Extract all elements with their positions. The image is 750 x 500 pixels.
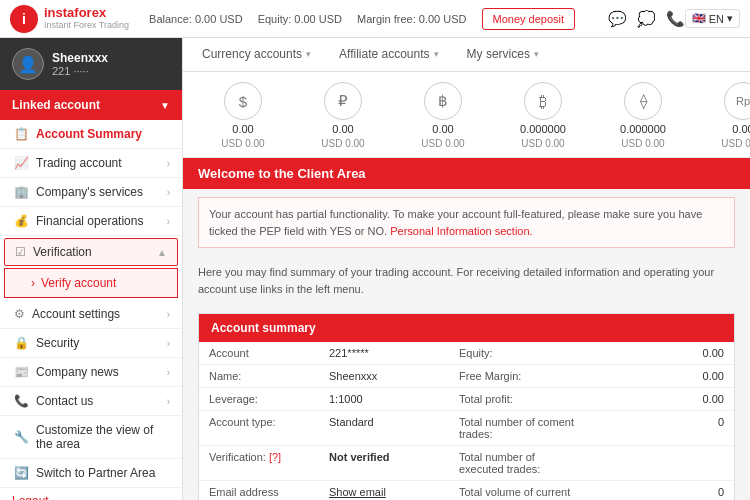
logout-link[interactable]: Logout xyxy=(0,488,182,500)
coment-trades-value: 0 xyxy=(589,411,734,446)
chevron-right-icon4: › xyxy=(167,309,170,320)
user-id: 221 ····· xyxy=(52,65,108,77)
sidebar-item-account-summary[interactable]: 📋 Account Summary xyxy=(0,120,182,149)
chat-icon[interactable]: 💬 xyxy=(608,10,627,28)
verification-help[interactable]: [?] xyxy=(269,451,281,463)
money-deposit-button[interactable]: Money deposit xyxy=(482,8,576,30)
currency-card-usd[interactable]: $ 0.00 USD 0.00 xyxy=(198,82,288,149)
eth-label: USD 0.00 xyxy=(621,138,664,149)
balance-value: 0.00 USD xyxy=(195,13,243,25)
equity-value: 0.00 USD xyxy=(294,13,342,25)
sidebar-label-settings: Account settings xyxy=(32,307,120,321)
thb-label: USD 0.00 xyxy=(421,138,464,149)
total-profit-value: 0.00 xyxy=(589,388,734,411)
verification-icon: ☑ xyxy=(15,245,26,259)
sidebar-label-verify: Verify account xyxy=(41,276,116,290)
rub-icon: ₽ xyxy=(324,82,362,120)
usd-icon: $ xyxy=(224,82,262,120)
account-type-value: Standard xyxy=(319,411,439,446)
btc-label: USD 0.00 xyxy=(521,138,564,149)
customize-icon: 🔧 xyxy=(14,430,29,444)
account-type-label: Account type: xyxy=(199,411,319,446)
user-info: Sheenxxx 221 ····· xyxy=(52,51,108,77)
account-value: 221***** xyxy=(319,342,439,365)
sidebar-label-contact: Contact us xyxy=(36,394,93,408)
sidebar-item-verification[interactable]: ☑ Verification ▲ xyxy=(4,238,178,266)
chevron-right-icon7: › xyxy=(167,396,170,407)
current-trades-value: 0 xyxy=(589,481,734,501)
news-icon: 📰 xyxy=(14,365,29,379)
sidebar-label-partner: Switch to Partner Area xyxy=(36,466,155,480)
currency-card-idr[interactable]: Rp 0.00 USD 0.00 xyxy=(698,82,750,149)
top-bar: i instaforex Instant Forex Trading Balan… xyxy=(0,0,750,38)
linked-account-label: Linked account xyxy=(12,98,100,112)
settings-icon: ⚙ xyxy=(14,307,25,321)
welcome-title: Welcome to the Client Area xyxy=(198,166,366,181)
usd-label: USD 0.00 xyxy=(221,138,264,149)
sidebar-label-security: Security xyxy=(36,336,79,350)
sidebar-label-customize: Customize the view of the area xyxy=(36,423,170,451)
table-row: Leverage: 1:1000 Total profit: 0.00 xyxy=(199,388,734,411)
logo-text: instaforex Instant Forex Trading xyxy=(44,6,129,30)
idr-label: USD 0.00 xyxy=(721,138,750,149)
linked-account-section[interactable]: Linked account ▼ xyxy=(0,90,182,120)
logo: i instaforex Instant Forex Trading xyxy=(10,5,129,33)
leverage-label: Leverage: xyxy=(199,388,319,411)
email-value[interactable]: Show email xyxy=(319,481,439,501)
tab-services-label: My services xyxy=(467,47,530,61)
currency-row: $ 0.00 USD 0.00 ₽ 0.00 USD 0.00 ฿ 0.00 U… xyxy=(183,72,750,158)
avatar: 👤 xyxy=(12,48,44,80)
currency-card-thb[interactable]: ฿ 0.00 USD 0.00 xyxy=(398,82,488,149)
margin-label: Margin free: 0.00 USD xyxy=(357,13,466,25)
tab-services-arrow: ▾ xyxy=(534,49,539,59)
table-row: Account 221***** Equity: 0.00 xyxy=(199,342,734,365)
chevron-right-icon6: › xyxy=(167,367,170,378)
currency-card-rub[interactable]: ₽ 0.00 USD 0.00 xyxy=(298,82,388,149)
alert-text: Your account has partial functionality. … xyxy=(209,208,702,237)
sidebar-item-contact[interactable]: 📞 Contact us › xyxy=(0,387,182,416)
main-layout: 👤 Sheenxxx 221 ····· Linked account ▼ 📋 … xyxy=(0,38,750,500)
trading-icon: 📈 xyxy=(14,156,29,170)
tab-currency-accounts[interactable]: Currency accounts ▾ xyxy=(198,38,315,71)
phone-icon[interactable]: 📞 xyxy=(666,10,685,28)
message-icon[interactable]: 💭 xyxy=(637,10,656,28)
logo-icon: i xyxy=(10,5,38,33)
sidebar-item-customize[interactable]: 🔧 Customize the view of the area xyxy=(0,416,182,459)
verification-value: Not verified xyxy=(319,446,439,481)
currency-card-eth[interactable]: ⟠ 0.000000 USD 0.00 xyxy=(598,82,688,149)
eth-icon: ⟠ xyxy=(624,82,662,120)
tab-currency-arrow: ▾ xyxy=(306,49,311,59)
tab-affiliate-accounts[interactable]: Affiliate accounts ▾ xyxy=(335,38,443,71)
table-row: Email address Show email Total volume of… xyxy=(199,481,734,501)
rub-amount: 0.00 xyxy=(332,123,353,135)
sidebar-item-verify-account[interactable]: › Verify account xyxy=(4,268,178,298)
account-summary-section: Account summary Account 221***** Equity:… xyxy=(198,313,735,500)
verify-arrow-icon: › xyxy=(31,276,35,290)
chevron-right-icon5: › xyxy=(167,338,170,349)
sidebar-item-financial[interactable]: 💰 Financial operations › xyxy=(0,207,182,236)
user-profile: 👤 Sheenxxx 221 ····· xyxy=(0,38,182,90)
sidebar-item-security[interactable]: 🔒 Security › xyxy=(0,329,182,358)
second-nav: Currency accounts ▾ Affiliate accounts ▾… xyxy=(183,38,750,72)
name-value: Sheenxxx xyxy=(319,365,439,388)
table-row: Account type: Standard Total number of c… xyxy=(199,411,734,446)
account-summary-icon: 📋 xyxy=(14,127,29,141)
sidebar-label-account-summary: Account Summary xyxy=(36,127,142,141)
sidebar-item-partner[interactable]: 🔄 Switch to Partner Area xyxy=(0,459,182,488)
sidebar-item-company-services[interactable]: 🏢 Company's services › xyxy=(0,178,182,207)
username: Sheenxxx xyxy=(52,51,108,65)
sidebar-item-company-news[interactable]: 📰 Company news › xyxy=(0,358,182,387)
sidebar-item-account-settings[interactable]: ⚙ Account settings › xyxy=(0,300,182,329)
table-row: Name: Sheenxxx Free Margin: 0.00 xyxy=(199,365,734,388)
currency-card-btc[interactable]: ₿ 0.000000 USD 0.00 xyxy=(498,82,588,149)
sidebar-label-financial: Financial operations xyxy=(36,214,143,228)
flag-icon: 🇬🇧 xyxy=(692,12,706,25)
table-row: Verification: [?] Not verified Total num… xyxy=(199,446,734,481)
sidebar: 👤 Sheenxxx 221 ····· Linked account ▼ 📋 … xyxy=(0,38,183,500)
sidebar-label-news: Company news xyxy=(36,365,119,379)
sidebar-item-trading-account[interactable]: 📈 Trading account › xyxy=(0,149,182,178)
alert-link[interactable]: Personal Information section. xyxy=(390,225,532,237)
verification-label: Verification: [?] xyxy=(199,446,319,481)
language-selector[interactable]: 🇬🇧 EN ▾ xyxy=(685,9,740,28)
tab-my-services[interactable]: My services ▾ xyxy=(463,38,543,71)
